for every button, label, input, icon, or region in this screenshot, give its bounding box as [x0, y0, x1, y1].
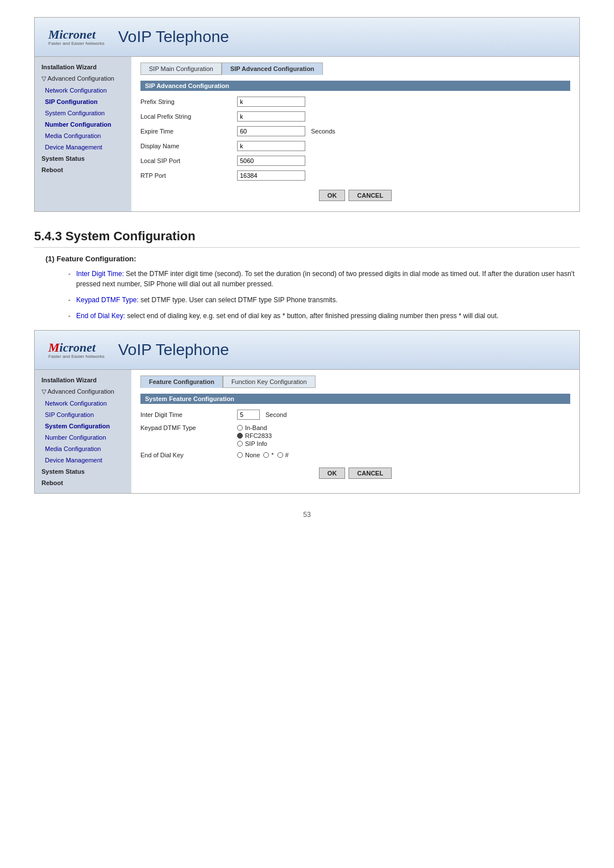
label-keypad-dtmf: Keypad DTMF Type — [140, 424, 231, 431]
sidebar1-installation-wizard[interactable]: Installation Wizard — [35, 61, 131, 73]
section-543-title: 5.4.3 System Configuration — [34, 229, 580, 248]
sidebar2-network-config[interactable]: Network Configuration — [35, 398, 131, 409]
input-local-sip-port[interactable] — [237, 156, 305, 166]
radio-hash[interactable]: # — [277, 452, 289, 458]
keypad-dtmf-radio-group: In-Band RFC2833 SIP Info — [237, 424, 272, 447]
sidebar2-installation-wizard[interactable]: Installation Wizard — [35, 374, 131, 386]
feature-bullet-list: Inter Digit Time: Set the DTMF inter dig… — [68, 269, 580, 321]
sidebar1-media-config[interactable]: Media Configuration — [35, 130, 131, 141]
panel2-section-header: System Feature Configuration — [140, 394, 570, 404]
radio-rfc2833[interactable]: RFC2833 — [237, 432, 272, 439]
section-543: 5.4.3 System Configuration (1) Feature C… — [34, 229, 580, 321]
label-rtp-port: RTP Port — [140, 172, 231, 179]
tab-sip-advanced[interactable]: SIP Advanced Configuration — [222, 62, 323, 75]
bullet-inter-digit: Inter Digit Time: Set the DTMF inter dig… — [68, 269, 580, 289]
radio-hash-label: # — [285, 452, 289, 458]
sidebar2-media-config[interactable]: Media Configuration — [35, 443, 131, 454]
panel2-ok-button[interactable]: OK — [319, 468, 346, 479]
radio-none[interactable]: None — [237, 452, 260, 458]
page-number: 53 — [34, 511, 580, 519]
radio-star-circle — [263, 452, 269, 458]
brand-name-1: Micronet — [48, 28, 105, 41]
sidebar2-advanced-config[interactable]: ▽ Advanced Configuration — [35, 386, 131, 398]
label-local-prefix-string: Local Prefix String — [140, 113, 231, 120]
label-local-sip-port: Local SIP Port — [140, 157, 231, 164]
label-display-name: Display Name — [140, 143, 231, 149]
sidebar1-reboot[interactable]: Reboot — [35, 164, 131, 176]
term-keypad-dtmf: Keypad DTMF Type: — [76, 296, 139, 304]
panel2-actions: OK CANCEL — [140, 468, 570, 479]
form-row-end-dial: End of Dial Key None * # — [140, 452, 570, 458]
term-end-of-dial: End of Dial Key: — [76, 312, 125, 320]
sidebar1-network-config[interactable]: Network Configuration — [35, 85, 131, 96]
radio-hash-circle — [277, 452, 283, 458]
form-row-inter-digit: Inter Digit Time Second — [140, 410, 570, 420]
voip-title-2: VoIP Telephone — [118, 341, 229, 359]
tab-feature-config[interactable]: Feature Configuration — [140, 375, 223, 388]
radio-none-circle — [237, 452, 243, 458]
radio-inband-label: In-Band — [245, 424, 267, 431]
radio-sipinfo-label: SIP Info — [245, 440, 267, 447]
panel2-tabs: Feature Configuration Function Key Confi… — [140, 375, 570, 388]
panel1-tabs: SIP Main Configuration SIP Advanced Conf… — [140, 62, 570, 75]
radio-rfc2833-label: RFC2833 — [245, 432, 272, 439]
form-row-prefix: Prefix String — [140, 97, 570, 107]
sidebar1-system-status[interactable]: System Status — [35, 153, 131, 164]
label-expire-time: Expire Time — [140, 128, 231, 135]
sidebar1-advanced-config[interactable]: ▽ Advanced Configuration — [35, 73, 131, 85]
brand-tagline-2: Faster and Easier Networks — [48, 354, 105, 359]
suffix-second: Second — [265, 411, 287, 418]
panel1-main: SIP Main Configuration SIP Advanced Conf… — [131, 57, 579, 211]
panel2-main: Feature Configuration Function Key Confi… — [131, 370, 579, 493]
form-row-keypad-dtmf: Keypad DTMF Type In-Band RFC2833 SIP Inf… — [140, 424, 570, 447]
label-inter-digit-time: Inter Digit Time — [140, 411, 231, 418]
sidebar2-device-mgmt[interactable]: Device Management — [35, 454, 131, 466]
panel1-body: Installation Wizard ▽ Advanced Configura… — [35, 57, 579, 211]
brand-logo-2: Micronet Faster and Easier Networks — [48, 341, 105, 359]
sidebar2-sip-config[interactable]: SIP Configuration — [35, 409, 131, 420]
form-row-rtp-port: RTP Port — [140, 170, 570, 181]
tab-function-key-config[interactable]: Function Key Configuration — [223, 375, 316, 388]
radio-inband-circle — [237, 425, 243, 431]
tab-sip-main[interactable]: SIP Main Configuration — [140, 62, 222, 75]
input-local-prefix-string[interactable] — [237, 111, 305, 122]
panel1-ok-button[interactable]: OK — [319, 190, 346, 201]
input-display-name[interactable] — [237, 141, 305, 151]
end-dial-radio-group: None * # — [237, 452, 289, 458]
sidebar2-system-status[interactable]: System Status — [35, 466, 131, 477]
brand-logo-1: Micronet Faster and Easier Networks — [48, 28, 105, 46]
input-prefix-string[interactable] — [237, 97, 305, 107]
radio-inband[interactable]: In-Band — [237, 424, 272, 431]
sidebar-2: Installation Wizard ▽ Advanced Configura… — [35, 370, 131, 493]
sidebar2-reboot[interactable]: Reboot — [35, 477, 131, 489]
radio-star-label: * — [271, 452, 273, 458]
radio-sipinfo[interactable]: SIP Info — [237, 440, 272, 447]
form-row-display-name: Display Name — [140, 141, 570, 151]
sidebar2-number-config[interactable]: Number Configuration — [35, 432, 131, 443]
panel2-body: Installation Wizard ▽ Advanced Configura… — [35, 370, 579, 493]
panel2-cancel-button[interactable]: CANCEL — [349, 468, 392, 479]
panel1-header: Micronet Faster and Easier Networks VoIP… — [35, 18, 579, 57]
panel2-header: Micronet Faster and Easier Networks VoIP… — [35, 331, 579, 370]
sidebar1-sip-config[interactable]: SIP Configuration — [35, 96, 131, 107]
sidebar1-number-config[interactable]: Number Configuration — [35, 119, 131, 130]
sidebar2-system-config[interactable]: System Configuration — [35, 420, 131, 432]
sidebar1-device-mgmt[interactable]: Device Management — [35, 141, 131, 153]
panel1-section-header: SIP Advanced Configuration — [140, 81, 570, 91]
panel1-actions: OK CANCEL — [140, 190, 570, 201]
label-prefix-string: Prefix String — [140, 98, 231, 105]
input-expire-time[interactable] — [237, 126, 305, 136]
input-rtp-port[interactable] — [237, 170, 305, 181]
input-inter-digit-time[interactable] — [237, 410, 260, 420]
sidebar1-system-config[interactable]: System Configuration — [35, 107, 131, 119]
brand-name-2: Micronet — [48, 341, 105, 354]
radio-sipinfo-circle — [237, 441, 243, 446]
radio-rfc2833-circle — [237, 433, 243, 439]
suffix-seconds: Seconds — [311, 128, 335, 135]
label-end-dial-key: End of Dial Key — [140, 452, 231, 458]
panel1-cancel-button[interactable]: CANCEL — [349, 190, 392, 201]
feature-heading: (1) Feature Configuration: — [45, 254, 580, 263]
bullet-keypad-dtmf: Keypad DTMF Type: set DTMF type. User ca… — [68, 295, 580, 305]
voip-panel-2: Micronet Faster and Easier Networks VoIP… — [34, 330, 580, 494]
radio-star[interactable]: * — [263, 452, 273, 458]
